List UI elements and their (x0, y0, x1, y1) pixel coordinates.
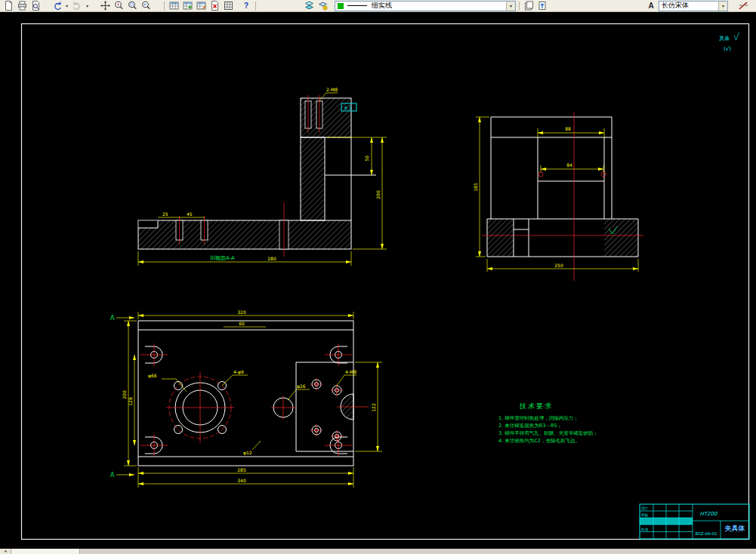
zoom-previous-icon[interactable] (140, 1, 152, 11)
font-dropdown-icon[interactable]: ▾ (718, 2, 727, 11)
svg-text:250: 250 (554, 263, 563, 268)
plot-preview-icon[interactable] (29, 1, 42, 11)
side-view: 88 84 250 185 (473, 112, 643, 281)
svg-text:280: 280 (267, 256, 276, 261)
pan-icon[interactable] (99, 1, 111, 11)
toolbar-separator (519, 2, 520, 11)
section-view: 2-M8 6.3 50 200 25 45 280 剖视图A-A (138, 87, 387, 266)
help-icon[interactable]: ? (240, 1, 252, 11)
font-combo[interactable]: 长仿宋体 ▾ (659, 1, 728, 11)
drawing-svg: 其余 (√) 2-M8 6.3 (0, 12, 756, 549)
linetype-dropdown-icon[interactable]: ▾ (506, 2, 515, 11)
svg-text:25: 25 (162, 211, 168, 217)
undo-dropdown-icon[interactable]: ▾ (64, 3, 69, 8)
svg-text:84: 84 (566, 162, 572, 168)
quick-dim-icon[interactable] (737, 1, 749, 11)
section-view-label: 剖视图A-A (210, 255, 235, 261)
svg-text:50: 50 (364, 155, 369, 162)
table-insert-icon[interactable] (181, 1, 193, 11)
svg-text:60: 60 (239, 321, 245, 326)
svg-text:285: 285 (237, 467, 246, 472)
layout-sheets-icon[interactable] (523, 1, 535, 11)
layer-states-icon[interactable] (316, 1, 329, 11)
scroll-thumb[interactable] (11, 549, 80, 554)
table-edit-icon[interactable] (195, 1, 207, 11)
svg-text:4-φ9: 4-φ9 (233, 369, 244, 375)
svg-text:1. 铸件需经时效处理，消除内应力；: 1. 铸件需经时效处理，消除内应力； (498, 415, 579, 421)
sheet-error-icon[interactable] (208, 1, 221, 11)
svg-text:200: 200 (375, 190, 381, 199)
svg-text:88: 88 (565, 126, 571, 131)
title-block-material: HT200 (700, 511, 717, 517)
linetype-color-swatch (338, 3, 344, 9)
print-icon[interactable] (16, 1, 28, 11)
redo-dropdown-icon[interactable]: ▾ (85, 3, 90, 8)
svg-text:200: 200 (122, 390, 127, 399)
svg-text:6.3: 6.3 (344, 105, 352, 110)
linetype-line-preview (347, 5, 367, 6)
font-value: 长仿宋体 (659, 1, 691, 11)
horizontal-scrollbar[interactable]: ◄ (0, 549, 756, 554)
svg-text:(√): (√) (724, 46, 731, 52)
svg-text:340: 340 (237, 478, 246, 483)
svg-text:2-M8: 2-M8 (326, 87, 338, 92)
linetype-value: 细实线 (369, 1, 394, 11)
title-block: 设计 审核 批准 HT200 夹具体 BSZ-09-01 (640, 504, 749, 539)
svg-text:4-M8: 4-M8 (345, 369, 356, 374)
zoom-realtime-icon[interactable] (113, 1, 125, 11)
surface-roughness-note: 其余 (√) (719, 32, 739, 52)
svg-text:2. 未注铸造圆角为R3～R5；: 2. 未注铸造圆角为R3～R5； (498, 423, 562, 429)
redo-icon[interactable] (71, 1, 83, 11)
svg-text:128: 128 (128, 397, 133, 406)
svg-text:185: 185 (473, 183, 478, 192)
svg-text:320: 320 (237, 309, 246, 315)
cad-application-window: ▾ ▾ ? (0, 0, 756, 554)
scroll-left-button[interactable]: ◄ (0, 549, 11, 554)
text-style-icon[interactable]: A (645, 1, 657, 11)
svg-text:3. 铸件不得有气孔、砂眼、夹渣等铸造缺陷；: 3. 铸件不得有气孔、砂眼、夹渣等铸造缺陷； (498, 430, 598, 436)
linetype-combo[interactable]: 细实线 ▾ (335, 1, 516, 11)
svg-text:φ66: φ66 (148, 373, 157, 379)
toolbar-separator (164, 2, 165, 11)
plan-view: 4-φ9 φ66 φ26 4-M8 φ12 (110, 309, 382, 488)
svg-text:4. 未注倒角均为C2，去除毛刺飞边。: 4. 未注倒角均为C2，去除毛刺飞边。 (498, 438, 580, 444)
drawing-border-frame (22, 24, 749, 540)
svg-text:φ26: φ26 (297, 383, 306, 389)
technical-requirements: 技术要求 1. 铸件需经时效处理，消除内应力； 2. 未注铸造圆角为R3～R5；… (498, 402, 598, 444)
tech-req-title: 技术要求 (519, 402, 553, 410)
publish-icon[interactable] (536, 1, 548, 11)
zoom-window-icon[interactable] (126, 1, 138, 11)
svg-text:其余: 其余 (719, 35, 730, 42)
grid-icon[interactable] (222, 1, 234, 11)
svg-text:审核: 审核 (641, 513, 649, 517)
table-icon[interactable] (168, 1, 180, 11)
main-toolbar: ▾ ▾ ? (0, 0, 756, 12)
svg-text:批准: 批准 (640, 528, 649, 531)
layers-icon[interactable] (303, 1, 315, 11)
toolbar-separator (255, 2, 256, 11)
undo-icon[interactable] (51, 1, 63, 11)
svg-text:φ12: φ12 (243, 450, 252, 456)
title-block-drawing-no: BSZ-09-01 (696, 531, 717, 536)
svg-text:A: A (110, 315, 115, 322)
svg-text:122: 122 (371, 403, 376, 412)
svg-text:45: 45 (187, 211, 193, 217)
drawing-canvas[interactable]: 其余 (√) 2-M8 6.3 (0, 12, 756, 549)
title-block-part-name: 夹具体 (724, 525, 745, 532)
svg-text:A: A (110, 472, 115, 479)
svg-text:设计: 设计 (641, 506, 649, 510)
new-file-icon[interactable] (2, 1, 14, 11)
